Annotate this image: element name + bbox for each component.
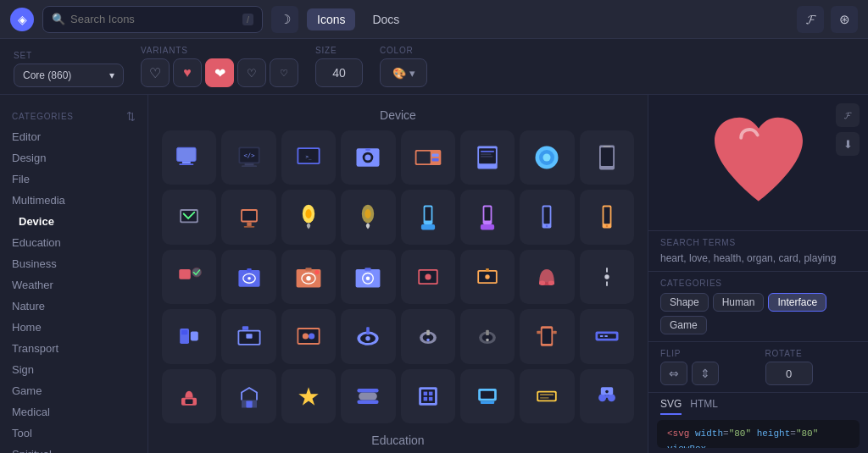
header-right-actions: 𝓕 ⊛ xyxy=(797,6,858,33)
list-item[interactable] xyxy=(460,309,515,363)
list-item[interactable] xyxy=(221,250,275,304)
sort-icon[interactable]: ⇅ xyxy=(126,110,136,123)
theme-toggle-button[interactable]: ☽ xyxy=(271,6,298,33)
list-item[interactable] xyxy=(520,130,574,185)
list-item[interactable] xyxy=(520,309,574,363)
svg-rect-123 xyxy=(429,397,433,401)
list-item[interactable] xyxy=(221,309,275,363)
sidebar-item-business[interactable]: Business xyxy=(0,253,147,274)
list-item[interactable] xyxy=(281,250,336,304)
list-item[interactable] xyxy=(341,250,395,304)
list-item[interactable] xyxy=(281,309,336,363)
nav-docs[interactable]: Docs xyxy=(362,8,409,30)
list-item[interactable] xyxy=(520,250,574,304)
list-item[interactable] xyxy=(580,369,634,423)
svg-rect-48 xyxy=(544,207,550,224)
flip-horizontal-button[interactable]: ⇔ xyxy=(660,362,687,385)
sidebar-item-device[interactable]: Device xyxy=(0,211,147,232)
tag-shape[interactable]: Shape xyxy=(660,293,709,312)
sidebar-item-multimedia[interactable]: Multimedia xyxy=(0,190,147,211)
sidebar-item-transport[interactable]: Transport xyxy=(0,338,147,359)
sidebar-item-spiritual[interactable]: Spiritual xyxy=(0,444,147,453)
sidebar-item-medical[interactable]: Medical xyxy=(0,401,147,423)
list-item[interactable] xyxy=(580,190,634,244)
svg-rect-24 xyxy=(481,156,492,157)
list-item[interactable] xyxy=(401,309,455,363)
nav-icons[interactable]: Icons xyxy=(307,8,355,30)
variant-solid-btn[interactable]: ❤ xyxy=(205,58,234,87)
list-item[interactable] xyxy=(162,369,216,423)
list-item[interactable] xyxy=(401,130,455,185)
size-input[interactable] xyxy=(315,58,363,87)
rotate-input[interactable] xyxy=(765,362,813,385)
tab-svg[interactable]: SVG xyxy=(660,398,682,415)
list-item[interactable] xyxy=(401,190,455,244)
sidebar-item-game[interactable]: Game xyxy=(0,380,147,401)
color-picker-button[interactable]: 🎨 ▾ xyxy=(380,58,427,87)
icon-preview-area: 𝓕 ⬇ xyxy=(648,95,868,230)
list-item[interactable] xyxy=(460,250,515,304)
github-icon-button[interactable]: ⊛ xyxy=(831,6,858,33)
list-item[interactable] xyxy=(341,130,395,185)
list-item[interactable] xyxy=(221,190,275,244)
list-item[interactable] xyxy=(162,250,216,304)
list-item[interactable] xyxy=(341,369,395,423)
list-item[interactable] xyxy=(580,250,634,304)
rotate-col: ROTATE xyxy=(765,349,857,385)
variant-light-btn[interactable]: ♡ xyxy=(270,58,298,87)
figma-copy-button[interactable]: 𝓕 xyxy=(836,103,860,127)
list-item[interactable] xyxy=(341,309,395,363)
svg-point-66 xyxy=(366,276,370,280)
svg-rect-106 xyxy=(537,331,542,334)
list-item[interactable] xyxy=(341,190,395,244)
sidebar-item-education[interactable]: Education xyxy=(0,232,147,253)
list-item[interactable] xyxy=(580,130,634,185)
list-item[interactable] xyxy=(162,130,216,185)
list-item[interactable]: </> xyxy=(221,130,275,185)
svg-rect-0 xyxy=(177,147,197,161)
sidebar-item-weather[interactable]: Weather xyxy=(0,274,147,296)
svg-rect-53 xyxy=(179,269,191,279)
sidebar-item-design[interactable]: Design xyxy=(0,147,147,168)
list-item[interactable] xyxy=(162,190,216,244)
search-input[interactable] xyxy=(70,13,237,25)
list-item[interactable] xyxy=(460,130,515,185)
variant-filled-btn[interactable]: ♥ xyxy=(173,58,202,87)
sidebar-item-sign[interactable]: Sign xyxy=(0,359,147,380)
variant-outline-btn[interactable]: ♡ xyxy=(141,58,170,87)
figma-icon-button[interactable]: 𝓕 xyxy=(797,6,824,33)
tag-game[interactable]: Game xyxy=(660,316,707,334)
categories-section-label: CATEGORIES xyxy=(660,279,856,288)
sidebar-item-file[interactable]: File xyxy=(0,168,147,190)
list-item[interactable] xyxy=(580,309,634,363)
list-item[interactable] xyxy=(401,369,455,423)
list-item[interactable]: >_ xyxy=(281,130,336,185)
list-item[interactable] xyxy=(460,369,515,423)
sidebar-item-home[interactable]: Home xyxy=(0,317,147,338)
variant-thin-btn[interactable]: ♡ xyxy=(237,58,266,87)
svg-rect-36 xyxy=(243,225,254,227)
search-bar[interactable]: 🔍 / xyxy=(42,6,263,33)
tab-html[interactable]: HTML xyxy=(690,398,718,415)
tag-human[interactable]: Human xyxy=(713,293,765,312)
list-item[interactable] xyxy=(401,250,455,304)
list-item[interactable] xyxy=(520,190,574,244)
flip-col: FLIP ⇔ ⇕ xyxy=(660,349,752,385)
list-item[interactable] xyxy=(162,309,216,363)
download-button[interactable]: ⬇ xyxy=(836,132,860,156)
flip-vertical-button[interactable]: ⇕ xyxy=(692,362,719,385)
sidebar-item-nature[interactable]: Nature xyxy=(0,296,147,317)
search-terms-section: SEARCH TERMS heart, love, health, organ,… xyxy=(648,230,868,271)
list-item[interactable] xyxy=(281,190,336,244)
tag-interface[interactable]: Interface xyxy=(768,293,826,312)
set-value: Core (860) xyxy=(23,69,71,81)
set-selector[interactable]: Core (860) ▾ xyxy=(14,64,124,87)
sidebar-item-tool[interactable]: Tool xyxy=(0,423,147,444)
svg-point-91 xyxy=(309,334,314,340)
sidebar-item-editor[interactable]: Editor xyxy=(0,126,147,147)
list-item[interactable] xyxy=(460,190,515,244)
svg-rect-58 xyxy=(247,268,251,272)
list-item[interactable] xyxy=(281,369,336,423)
list-item[interactable] xyxy=(221,369,275,423)
list-item[interactable] xyxy=(520,369,574,423)
